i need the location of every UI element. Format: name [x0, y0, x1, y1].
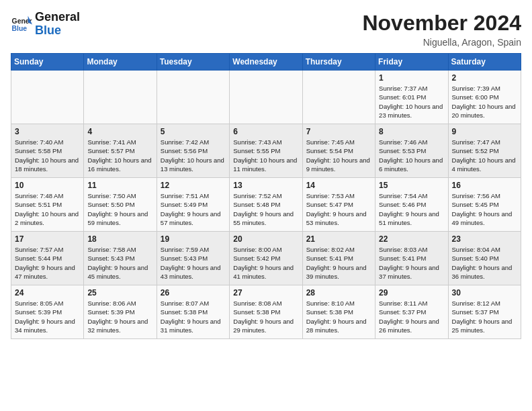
calendar-cell: 2Sunrise: 7:39 AM Sunset: 6:00 PM Daylig…: [448, 71, 521, 124]
day-info: Sunrise: 7:45 AM Sunset: 5:54 PM Dayligh…: [306, 138, 371, 173]
calendar-cell: 21Sunrise: 8:02 AM Sunset: 5:41 PM Dayli…: [302, 232, 375, 285]
day-info: Sunrise: 7:46 AM Sunset: 5:53 PM Dayligh…: [379, 138, 444, 173]
calendar-cell: 19Sunrise: 7:59 AM Sunset: 5:43 PM Dayli…: [157, 232, 229, 285]
day-number: 1: [379, 73, 444, 83]
weekday-header-friday: Friday: [375, 54, 448, 71]
title-block: November 2024 Niguella, Aragon, Spain: [362, 11, 521, 48]
calendar-cell: [230, 71, 302, 124]
calendar-cell: 12Sunrise: 7:51 AM Sunset: 5:49 PM Dayli…: [157, 178, 229, 232]
calendar-cell: 5Sunrise: 7:42 AM Sunset: 5:56 PM Daylig…: [157, 124, 229, 178]
calendar-cell: [84, 71, 157, 124]
calendar-cell: 10Sunrise: 7:48 AM Sunset: 5:51 PM Dayli…: [11, 178, 84, 232]
calendar-cell: 15Sunrise: 7:54 AM Sunset: 5:46 PM Dayli…: [375, 178, 448, 232]
day-info: Sunrise: 7:43 AM Sunset: 5:55 PM Dayligh…: [233, 138, 298, 173]
weekday-header-wednesday: Wednesday: [230, 54, 302, 71]
calendar-cell: 11Sunrise: 7:50 AM Sunset: 5:50 PM Dayli…: [84, 178, 157, 232]
calendar-cell: [157, 71, 229, 124]
calendar-cell: 22Sunrise: 8:03 AM Sunset: 5:41 PM Dayli…: [375, 232, 448, 285]
day-number: 7: [306, 127, 371, 136]
day-number: 10: [15, 181, 80, 190]
calendar-cell: 4Sunrise: 7:41 AM Sunset: 5:57 PM Daylig…: [84, 124, 157, 178]
weekday-header-row: SundayMondayTuesdayWednesdayThursdayFrid…: [11, 54, 521, 71]
day-number: 16: [452, 181, 517, 190]
day-number: 19: [161, 234, 226, 244]
day-info: Sunrise: 7:42 AM Sunset: 5:56 PM Dayligh…: [161, 138, 226, 173]
day-info: Sunrise: 7:37 AM Sunset: 6:01 PM Dayligh…: [379, 84, 444, 120]
day-info: Sunrise: 8:05 AM Sunset: 5:39 PM Dayligh…: [15, 299, 80, 334]
calendar-cell: 6Sunrise: 7:43 AM Sunset: 5:55 PM Daylig…: [230, 124, 302, 178]
day-number: 5: [161, 127, 226, 136]
calendar-body: 1Sunrise: 7:37 AM Sunset: 6:01 PM Daylig…: [11, 71, 521, 339]
day-info: Sunrise: 7:54 AM Sunset: 5:46 PM Dayligh…: [379, 191, 444, 227]
day-info: Sunrise: 7:58 AM Sunset: 5:43 PM Dayligh…: [87, 245, 152, 281]
logo-icon: General Blue: [11, 15, 32, 34]
day-info: Sunrise: 8:00 AM Sunset: 5:42 PM Dayligh…: [233, 245, 298, 281]
day-info: Sunrise: 7:56 AM Sunset: 5:45 PM Dayligh…: [452, 191, 517, 227]
day-number: 6: [233, 127, 298, 136]
calendar-week-4: 24Sunrise: 8:05 AM Sunset: 5:39 PM Dayli…: [11, 285, 521, 339]
calendar-week-0: 1Sunrise: 7:37 AM Sunset: 6:01 PM Daylig…: [11, 71, 521, 124]
calendar-cell: 1Sunrise: 7:37 AM Sunset: 6:01 PM Daylig…: [375, 71, 448, 124]
day-number: 3: [15, 127, 80, 136]
calendar-week-2: 10Sunrise: 7:48 AM Sunset: 5:51 PM Dayli…: [11, 178, 521, 232]
calendar-cell: 3Sunrise: 7:40 AM Sunset: 5:58 PM Daylig…: [11, 124, 84, 178]
day-number: 14: [306, 181, 371, 190]
day-info: Sunrise: 7:59 AM Sunset: 5:43 PM Dayligh…: [161, 245, 226, 281]
calendar-cell: 16Sunrise: 7:56 AM Sunset: 5:45 PM Dayli…: [448, 178, 521, 232]
calendar-table: SundayMondayTuesdayWednesdayThursdayFrid…: [11, 53, 521, 339]
calendar-cell: 14Sunrise: 7:53 AM Sunset: 5:47 PM Dayli…: [302, 178, 375, 232]
calendar-cell: 23Sunrise: 8:04 AM Sunset: 5:40 PM Dayli…: [448, 232, 521, 285]
svg-text:Blue: Blue: [12, 25, 28, 32]
day-number: 12: [161, 181, 226, 190]
day-number: 17: [15, 234, 80, 244]
day-number: 2: [452, 73, 517, 83]
day-number: 11: [87, 181, 152, 190]
calendar-cell: 25Sunrise: 8:06 AM Sunset: 5:39 PM Dayli…: [84, 285, 157, 339]
weekday-header-tuesday: Tuesday: [157, 54, 229, 71]
logo-text-general: General: [35, 11, 80, 24]
day-info: Sunrise: 8:06 AM Sunset: 5:39 PM Dayligh…: [87, 299, 152, 334]
calendar-cell: 30Sunrise: 8:12 AM Sunset: 5:37 PM Dayli…: [448, 285, 521, 339]
day-info: Sunrise: 7:52 AM Sunset: 5:48 PM Dayligh…: [233, 191, 298, 227]
day-info: Sunrise: 7:53 AM Sunset: 5:47 PM Dayligh…: [306, 191, 371, 227]
day-info: Sunrise: 7:41 AM Sunset: 5:57 PM Dayligh…: [87, 138, 152, 173]
day-number: 22: [379, 234, 444, 244]
weekday-header-monday: Monday: [84, 54, 157, 71]
calendar-week-3: 17Sunrise: 7:57 AM Sunset: 5:44 PM Dayli…: [11, 232, 521, 285]
calendar-cell: 29Sunrise: 8:11 AM Sunset: 5:37 PM Dayli…: [375, 285, 448, 339]
day-info: Sunrise: 7:39 AM Sunset: 6:00 PM Dayligh…: [452, 84, 517, 120]
day-info: Sunrise: 7:50 AM Sunset: 5:50 PM Dayligh…: [87, 191, 152, 227]
calendar-cell: 27Sunrise: 8:08 AM Sunset: 5:38 PM Dayli…: [230, 285, 302, 339]
calendar-cell: 9Sunrise: 7:47 AM Sunset: 5:52 PM Daylig…: [448, 124, 521, 178]
day-info: Sunrise: 8:02 AM Sunset: 5:41 PM Dayligh…: [306, 245, 371, 281]
day-info: Sunrise: 7:51 AM Sunset: 5:49 PM Dayligh…: [161, 191, 226, 227]
day-number: 18: [87, 234, 152, 244]
calendar-cell: 7Sunrise: 7:45 AM Sunset: 5:54 PM Daylig…: [302, 124, 375, 178]
location: Niguella, Aragon, Spain: [362, 37, 521, 48]
day-number: 26: [161, 288, 226, 298]
day-number: 24: [15, 288, 80, 298]
calendar-cell: 26Sunrise: 8:07 AM Sunset: 5:38 PM Dayli…: [157, 285, 229, 339]
day-info: Sunrise: 8:10 AM Sunset: 5:38 PM Dayligh…: [306, 299, 371, 334]
day-number: 21: [306, 234, 371, 244]
day-number: 8: [379, 127, 444, 136]
weekday-header-saturday: Saturday: [448, 54, 521, 71]
day-number: 9: [452, 127, 517, 136]
calendar-cell: 17Sunrise: 7:57 AM Sunset: 5:44 PM Dayli…: [11, 232, 84, 285]
logo: General Blue General Blue: [11, 11, 80, 38]
day-number: 29: [379, 288, 444, 298]
page-header: General Blue General Blue November 2024 …: [11, 11, 521, 48]
logo-text-blue: Blue: [35, 24, 80, 38]
calendar-cell: 24Sunrise: 8:05 AM Sunset: 5:39 PM Dayli…: [11, 285, 84, 339]
day-info: Sunrise: 7:40 AM Sunset: 5:58 PM Dayligh…: [15, 138, 80, 173]
day-number: 30: [452, 288, 517, 298]
calendar-header: SundayMondayTuesdayWednesdayThursdayFrid…: [11, 54, 521, 71]
calendar-cell: 8Sunrise: 7:46 AM Sunset: 5:53 PM Daylig…: [375, 124, 448, 178]
day-number: 15: [379, 181, 444, 190]
calendar-cell: 28Sunrise: 8:10 AM Sunset: 5:38 PM Dayli…: [302, 285, 375, 339]
calendar-cell: 20Sunrise: 8:00 AM Sunset: 5:42 PM Dayli…: [230, 232, 302, 285]
day-info: Sunrise: 8:11 AM Sunset: 5:37 PM Dayligh…: [379, 299, 444, 334]
calendar-cell: 18Sunrise: 7:58 AM Sunset: 5:43 PM Dayli…: [84, 232, 157, 285]
weekday-header-thursday: Thursday: [302, 54, 375, 71]
day-info: Sunrise: 8:08 AM Sunset: 5:38 PM Dayligh…: [233, 299, 298, 334]
